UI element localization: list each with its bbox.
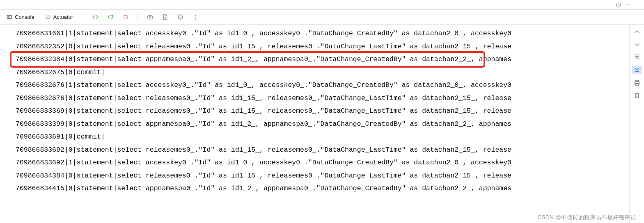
more-actions-button[interactable]: ⋮ bbox=[191, 13, 200, 21]
main-area: 709866831661|1|statement|select accesske… bbox=[0, 25, 644, 223]
tab-console[interactable]: Console bbox=[4, 12, 37, 22]
log-line: 709866832676|0|statement|select releasem… bbox=[16, 92, 626, 105]
soft-wrap-icon[interactable] bbox=[634, 53, 640, 60]
export-button[interactable] bbox=[160, 13, 170, 21]
more-icon[interactable]: ⋮ bbox=[635, 2, 641, 8]
log-line: 709866832352|0|statement|select releasem… bbox=[16, 40, 626, 53]
svg-point-3 bbox=[47, 16, 49, 18]
tab-console-label: Console bbox=[15, 14, 34, 20]
rerun-button[interactable] bbox=[91, 13, 100, 21]
svg-point-7 bbox=[149, 16, 151, 18]
svg-rect-5 bbox=[124, 15, 127, 18]
watermark: CSDN @不搬砖的程序员不是好程序员 bbox=[537, 214, 636, 221]
scroll-down-icon[interactable] bbox=[634, 41, 640, 48]
log-line: 709866833692|0|statement|select releasem… bbox=[16, 143, 626, 157]
print-icon[interactable] bbox=[634, 80, 640, 86]
log-line: 709866833369|0|statement|select releasem… bbox=[16, 105, 626, 118]
console-toolbar: Console Actuator ⋮ bbox=[0, 10, 644, 25]
log-line: 709866834384|0|statement|select releasem… bbox=[16, 169, 626, 182]
rerun-failed-button[interactable] bbox=[106, 13, 115, 21]
scroll-end-icon[interactable] bbox=[632, 66, 642, 74]
toolbar-divider bbox=[138, 13, 138, 21]
actuator-icon bbox=[45, 14, 51, 20]
stop-button[interactable] bbox=[121, 14, 130, 21]
filter-button[interactable] bbox=[176, 13, 185, 21]
recent-icon[interactable] bbox=[616, 2, 621, 8]
log-line: 709866833692|1|statement|select accesske… bbox=[16, 156, 626, 169]
screenshot-button[interactable] bbox=[145, 13, 155, 21]
log-line: 709866834415|0|statement|select appnames… bbox=[16, 182, 626, 195]
log-line: 709866832676|1|statement|select accesske… bbox=[16, 79, 626, 92]
log-line: 709866833691|0|commit| bbox=[16, 130, 626, 143]
clear-icon[interactable] bbox=[634, 92, 640, 98]
tab-actuator[interactable]: Actuator bbox=[43, 12, 76, 22]
svg-rect-6 bbox=[148, 16, 152, 19]
console-log-area[interactable]: 709866831661|1|statement|select accesske… bbox=[12, 25, 629, 223]
log-line: 709866832675|0|commit| bbox=[16, 66, 626, 79]
log-line: 709866831661|1|statement|select accesske… bbox=[16, 27, 626, 40]
minimize-icon[interactable] bbox=[626, 2, 631, 8]
left-gutter[interactable] bbox=[0, 25, 12, 223]
tab-actuator-label: Actuator bbox=[53, 14, 73, 20]
right-editor-gutter bbox=[629, 25, 644, 223]
scroll-up-icon[interactable] bbox=[634, 29, 640, 35]
toolbar-divider bbox=[83, 13, 83, 21]
log-line: 709866833399|0|statement|select appnames… bbox=[16, 118, 626, 131]
svg-point-4 bbox=[112, 15, 113, 16]
log-line: 709866832384|0|statement|select appnames… bbox=[16, 53, 626, 66]
window-titlebar: ⋮ bbox=[0, 0, 644, 10]
